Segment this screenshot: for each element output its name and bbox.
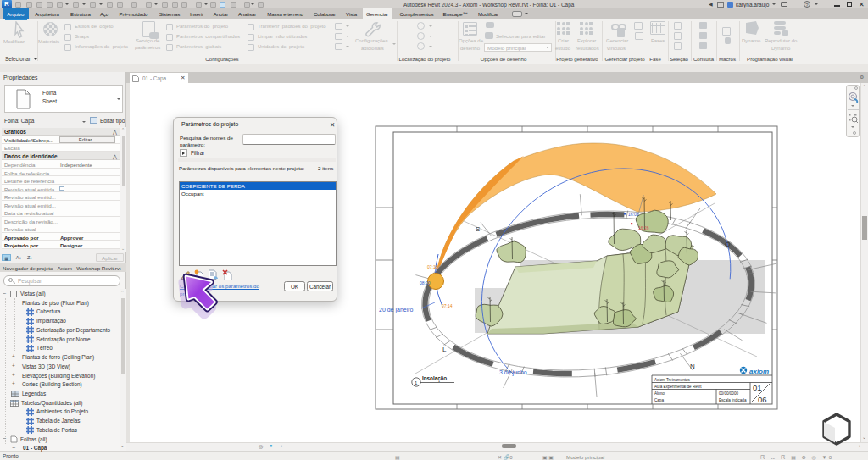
svg-text:07:18: 07:18 [427,264,438,269]
svg-text:3 de junho: 3 de junho [499,369,527,376]
svg-text:16:26: 16:26 [638,225,649,230]
svg-text:20 de janeiro: 20 de janeiro [379,307,414,313]
svg-text:07:14: 07:14 [442,303,453,308]
svg-text:Aluno:: Aluno: [654,391,665,396]
svg-text:L: L [442,346,447,353]
svg-text:S: S [476,225,480,233]
svg-text:00/00/0000: 00/00/0000 [719,391,738,396]
svg-text:08:00: 08:00 [420,280,431,285]
svg-text:Escala Indicada: Escala Indicada [719,398,747,402]
svg-text:06: 06 [758,395,767,404]
svg-text:01: 01 [753,383,762,392]
svg-text:16:03: 16:03 [628,212,639,217]
svg-text:Capa: Capa [654,398,664,402]
svg-text:Axiom Treinamentos: Axiom Treinamentos [654,378,691,382]
svg-text:Aula Experimental de Revit: Aula Experimental de Revit [654,385,702,389]
svg-text:O: O [725,241,730,248]
svg-text:N: N [690,363,695,370]
svg-text:axiom: axiom [749,368,769,375]
svg-text:Insolação: Insolação [422,375,447,382]
